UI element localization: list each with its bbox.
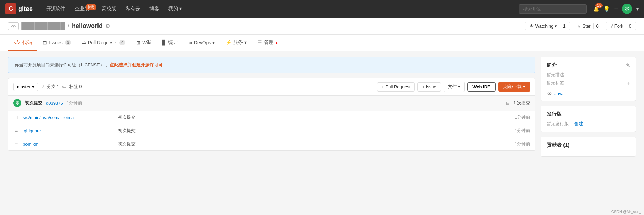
file-row: □ src/main/java/com/itheima 初次提交 1分钟前 <box>8 111 535 124</box>
sidebar-release-title: 发行版 <box>547 111 630 117</box>
avatar[interactable]: 零 <box>622 4 632 14</box>
file-time-1: 1分钟前 <box>503 128 530 134</box>
sidebar-intro-title: 简介 ✎ <box>547 62 630 68</box>
manage-dot: ● <box>275 41 278 45</box>
lang-code-icon: </> <box>547 91 552 96</box>
watch-button[interactable]: 👁 Watching ▾ 1 <box>525 22 570 30</box>
file-time-2: 1分钟前 <box>503 141 530 147</box>
nav-opensource[interactable]: 开源软件 <box>42 4 69 14</box>
tab-issues[interactable]: ⊟ Issues 0 <box>37 35 76 51</box>
branch-selector[interactable]: master ▾ <box>13 83 38 91</box>
services-icon: ⚡ <box>226 40 231 45</box>
tab-manage[interactable]: ☰ 管理 ● <box>252 35 283 51</box>
create-release-link[interactable]: 创建 <box>574 121 583 126</box>
file-row: ≡ .gitignore 初次提交 1分钟前 <box>8 124 535 137</box>
nav-mine[interactable]: 我的 ▾ <box>164 4 186 14</box>
lang-label[interactable]: Java <box>554 91 564 96</box>
file-name-1[interactable]: .gitignore <box>23 128 118 133</box>
fork-count: 0 <box>626 23 631 29</box>
commit-avatar: 零 <box>13 99 21 107</box>
tag-count: 标签 0 <box>69 84 82 90</box>
repo-code-icon: </> <box>8 22 19 30</box>
file-icon-1: ≡ <box>13 128 19 133</box>
settings-icon[interactable]: ⚙ <box>105 23 110 29</box>
commit-count[interactable]: 1 次提交 <box>513 100 530 106</box>
nav-blog[interactable]: 博客 <box>145 4 163 14</box>
issue-button[interactable]: + Issue <box>417 82 441 92</box>
file-commit-1: 初次提交 <box>118 128 503 134</box>
tab-devops[interactable]: ∞ DevOps ▾ <box>183 35 220 51</box>
main-content: 你当前开源项目尚未选择许可证（LICENSE）， 点此选择并创建开源许可可 ma… <box>0 51 644 187</box>
watch-dropdown: ▾ <box>555 23 557 29</box>
file-name-2[interactable]: pom.xml <box>23 142 118 147</box>
file-time-0: 1分钟前 <box>503 114 530 120</box>
nav-enterprise[interactable]: 企业版 特惠 <box>71 4 96 14</box>
enterprise-badge: 特惠 <box>86 4 96 10</box>
pull-request-button[interactable]: + Pull Request <box>377 82 415 92</box>
sidebar-release: 发行版 暂无发行版， 创建 <box>541 106 636 132</box>
file-commit-2: 初次提交 <box>118 141 503 147</box>
bar-actions: + Pull Request + Issue 文件 ▾ Web IDE 克隆/下… <box>377 82 530 92</box>
repo-tabs: </> 代码 ⊟ Issues 0 ⇄ Pull Requests 0 ⊞ Wi… <box>0 35 644 51</box>
repo-owner[interactable]: ██████████ <box>21 22 65 30</box>
commit-time: 1分钟前 <box>67 100 82 106</box>
star-count: 0 <box>593 23 599 29</box>
logo[interactable]: G gitee <box>5 3 33 14</box>
issues-icon: ⊟ <box>43 40 47 45</box>
add-tag-button[interactable]: + <box>626 81 630 88</box>
nav-university[interactable]: 高校版 <box>98 4 120 14</box>
tab-code[interactable]: </> 代码 <box>8 35 37 51</box>
edit-icon[interactable]: ✎ <box>626 63 630 68</box>
stats-icon: ▊ <box>162 40 166 45</box>
search-input[interactable] <box>519 4 587 14</box>
commit-hash[interactable]: d039376 <box>46 101 63 106</box>
add-icon[interactable]: + <box>614 5 618 13</box>
code-icon: </> <box>14 40 20 45</box>
no-tags: 暂无标签 <box>547 80 564 86</box>
wiki-icon: ⊞ <box>136 40 140 45</box>
branch-count: 分支 1 <box>47 84 59 90</box>
notification-bell[interactable]: 🔔 15 <box>593 6 599 12</box>
file-name-0[interactable]: src/main/java/com/itheima <box>23 115 118 120</box>
commit-count-icon: ⊟ <box>506 101 510 106</box>
repo-name[interactable]: helloworld <box>72 22 103 30</box>
license-link[interactable]: 点此选择并创建开源许可可 <box>110 62 163 67</box>
tab-stats[interactable]: ▊ 统计 <box>157 35 183 51</box>
lightbulb-icon[interactable]: 💡 <box>603 6 610 12</box>
file-icon-2: ≡ <box>13 141 19 147</box>
fork-icon: ⑂ <box>610 23 613 29</box>
commit-row: 零 初次提交 d039376 1分钟前 ⊟ 1 次提交 <box>8 96 535 111</box>
eye-icon: 👁 <box>530 23 534 29</box>
clone-button[interactable]: 克隆/下载 ▾ <box>498 82 530 92</box>
branch-name: master <box>17 84 31 89</box>
tab-pullrequests[interactable]: ⇄ Pull Requests 0 <box>76 35 131 51</box>
branch-info: ⑂ 分支 1 🏷 标签 0 <box>41 84 82 90</box>
manage-icon: ☰ <box>257 40 262 45</box>
watch-count: 1 <box>560 23 565 29</box>
repo-title: </> ██████████ / helloworld ⚙ <box>8 22 110 30</box>
repo-separator: / <box>68 22 69 30</box>
commit-message[interactable]: 初次提交 <box>25 100 42 106</box>
file-button[interactable]: 文件 ▾ <box>444 82 465 92</box>
sidebar-contributors: 贡献者 (1) <box>541 137 636 157</box>
repo-actions: 👁 Watching ▾ 1 ☆ Star 0 ⑂ Fork 0 <box>525 22 636 30</box>
issues-badge: 0 <box>65 40 71 45</box>
file-commit-0: 初次提交 <box>118 114 503 120</box>
folder-icon: □ <box>13 115 19 120</box>
pr-icon: ⇄ <box>82 40 86 45</box>
navbar-actions: 🔔 15 💡 + 零 ▾ <box>593 4 639 14</box>
tag-icon: 🏷 <box>62 84 67 89</box>
repo-main: 你当前开源项目尚未选择许可证（LICENSE）， 点此选择并创建开源许可可 ma… <box>8 57 535 182</box>
webide-button[interactable]: Web IDE <box>467 82 496 92</box>
star-button[interactable]: ☆ Star 0 <box>573 22 603 30</box>
nav-private[interactable]: 私有云 <box>122 4 144 14</box>
repo-sidebar: 简介 ✎ 暂无描述 暂无标签 + </> Java 发行版 暂无发行版， 创建 … <box>541 57 636 182</box>
tab-wiki[interactable]: ⊞ Wiki <box>131 35 157 51</box>
logo-text: gitee <box>18 5 33 13</box>
tab-services[interactable]: ⚡ 服务 ▾ <box>220 35 252 51</box>
no-release: 暂无发行版， <box>547 121 573 126</box>
fork-button[interactable]: ⑂ Fork 0 <box>606 22 636 30</box>
star-icon: ☆ <box>577 23 581 29</box>
avatar-dropdown[interactable]: ▾ <box>636 6 639 12</box>
no-desc: 暂无描述 <box>547 72 630 78</box>
